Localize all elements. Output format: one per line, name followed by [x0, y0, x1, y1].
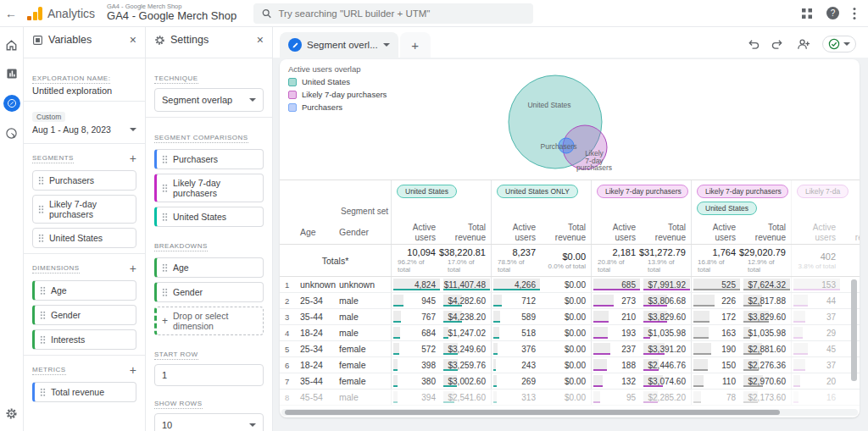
- totals-label: Totals*: [322, 256, 349, 266]
- metric-cell: 190: [692, 341, 742, 356]
- chevron-down-icon: [249, 423, 256, 427]
- metric-header[interactable]: Total revenue: [742, 219, 792, 244]
- draggable-chip-age[interactable]: Age: [154, 257, 264, 278]
- share-user-add-icon[interactable]: [796, 38, 810, 50]
- metric-header[interactable]: Total revenue: [642, 219, 692, 244]
- row-metric-group: 525$7,624.32: [691, 277, 791, 292]
- more-menu-icon[interactable]: [853, 7, 856, 20]
- tab-segment-overlap[interactable]: Segment overl...: [280, 32, 398, 58]
- metric-header[interactable]: Total revenue: [542, 219, 592, 244]
- add-metric-button[interactable]: +: [130, 364, 136, 376]
- row-dims: 735-44female: [280, 373, 391, 389]
- row-metric-group: 269$0.00: [491, 373, 591, 389]
- add-tab-button[interactable]: +: [400, 32, 431, 58]
- nav-reports-icon[interactable]: [4, 66, 19, 81]
- row-gender: unknown: [339, 277, 391, 292]
- metrics-label: METRICS: [32, 366, 66, 375]
- apps-grid-icon[interactable]: [801, 8, 813, 19]
- draggable-chip-age[interactable]: Age: [32, 280, 136, 301]
- metric-cell: $0.00: [542, 390, 592, 405]
- drop-dimension-target[interactable]: + Drop or select dimension: [154, 307, 264, 335]
- segment-chip[interactable]: Likely 7-day purchasers: [597, 185, 688, 198]
- metric-cell: $3,806.68: [642, 293, 692, 308]
- back-arrow-icon[interactable]: ←: [0, 7, 22, 20]
- vertical-scrollbar[interactable]: [851, 279, 857, 381]
- variables-close-icon[interactable]: ×: [130, 33, 136, 47]
- metric-cell: $2,285.20: [642, 390, 692, 405]
- search-bar[interactable]: [253, 3, 533, 24]
- draggable-chip-purchasers[interactable]: Purchasers: [154, 149, 264, 169]
- cell-value: $1,035.98: [748, 329, 787, 338]
- property-selector[interactable]: GA4 - Google Merch Shop GA4 - Google Mer…: [107, 3, 236, 23]
- metric-header[interactable]: Active users: [792, 219, 842, 244]
- segment-chip[interactable]: United States: [397, 185, 457, 198]
- cell-value: 163: [721, 329, 736, 338]
- nav-rail: [0, 27, 24, 431]
- redo-icon[interactable]: [771, 39, 784, 50]
- add-dimension-button[interactable]: +: [130, 262, 136, 274]
- nav-home-icon[interactable]: [4, 37, 19, 52]
- cell-value: $2,541.60: [448, 393, 487, 402]
- sampling-status-button[interactable]: [822, 36, 856, 52]
- metric-cell: $3,829.60: [742, 309, 792, 324]
- metric-header[interactable]: Active users: [492, 219, 542, 244]
- start-row-input[interactable]: 1: [154, 364, 264, 386]
- table-row: 525-34female572$3,249.60376$0.00237$3,39…: [280, 341, 860, 357]
- totals-cell: $31,272.7913.9% of total: [642, 245, 692, 276]
- horizontal-scrollbar[interactable]: [285, 410, 780, 415]
- show-rows-select[interactable]: 10: [154, 413, 264, 431]
- draggable-chip-united-states[interactable]: United States: [32, 228, 136, 248]
- exploration-name-value[interactable]: Untitled exploration: [24, 86, 145, 96]
- totals-percent: 96.2% of total: [398, 258, 436, 274]
- venn-label: Purchasers: [541, 142, 577, 151]
- settings-close-icon[interactable]: ×: [257, 33, 264, 47]
- cell-bar: [693, 343, 711, 355]
- draggable-chip-likely-7-day-purchasers[interactable]: Likely 7-day purchasers: [32, 195, 136, 224]
- metric-cell: $0.00: [542, 277, 592, 292]
- row-metric-group: 4,824$11,407.48: [391, 277, 491, 292]
- cell-value: 4,266: [515, 280, 536, 290]
- draggable-chip-purchasers[interactable]: Purchasers: [32, 170, 136, 191]
- cell-value: 380: [421, 377, 436, 386]
- cell-value: 313: [521, 393, 536, 402]
- cell-bar: [693, 295, 715, 307]
- venn-diagram[interactable]: United StatesPurchasersLikely7-daypurcha…: [492, 61, 737, 178]
- nav-admin-gear-icon[interactable]: [4, 406, 19, 421]
- metric-header[interactable]: Active users: [692, 219, 742, 244]
- segment-chip[interactable]: United States: [697, 202, 757, 215]
- segment-chip[interactable]: Likely 7-da: [797, 185, 849, 198]
- metric-header[interactable]: Total revenue: [842, 219, 860, 244]
- segment-chip[interactable]: Likely 7-day purchasers: [697, 185, 788, 198]
- nav-explore-icon[interactable]: [3, 95, 20, 112]
- add-segment-button[interactable]: +: [130, 152, 136, 164]
- draggable-chip-likely-7-day-purchasers[interactable]: Likely 7-day purchasers: [154, 174, 264, 202]
- draggable-chip-gender[interactable]: Gender: [32, 305, 136, 325]
- cell-value: $3,829.60: [748, 312, 787, 322]
- cell-value: $2,817.88: [748, 296, 787, 306]
- undo-icon[interactable]: [747, 39, 760, 50]
- date-range-picker[interactable]: Aug 1 - Aug 8, 2023: [24, 123, 145, 138]
- draggable-chip-total-revenue[interactable]: Total revenue: [32, 382, 136, 402]
- metric-header[interactable]: Active users: [392, 219, 442, 244]
- nav-advertising-icon[interactable]: [4, 125, 19, 141]
- cell-value: 398: [421, 361, 436, 370]
- row-dims: 418-24male: [280, 325, 391, 340]
- metric-header[interactable]: Total revenue: [442, 219, 492, 244]
- row-metric-group: 190$2,881.60: [691, 341, 791, 356]
- technique-select[interactable]: Segment overlap: [154, 88, 264, 112]
- draggable-chip-interests[interactable]: Interests: [32, 329, 136, 350]
- totals-cell: 1,76416.8% of total: [692, 245, 742, 276]
- segment-chip[interactable]: United States ONLY: [497, 185, 578, 198]
- help-icon[interactable]: ?: [826, 7, 839, 19]
- search-icon: [262, 8, 271, 19]
- draggable-chip-united-states[interactable]: United States: [154, 207, 264, 227]
- cell-value: $3,259.76: [448, 361, 487, 370]
- drag-handle-icon: [40, 311, 46, 319]
- draggable-chip-gender[interactable]: Gender: [154, 282, 264, 302]
- chip-label: Age: [51, 285, 67, 296]
- metric-cell: 525: [692, 277, 742, 292]
- search-input[interactable]: [278, 8, 525, 19]
- metric-cell: 44: [792, 293, 842, 308]
- metric-header[interactable]: Active users: [592, 219, 642, 244]
- row-metric-group: 226$2,817.88: [691, 293, 791, 308]
